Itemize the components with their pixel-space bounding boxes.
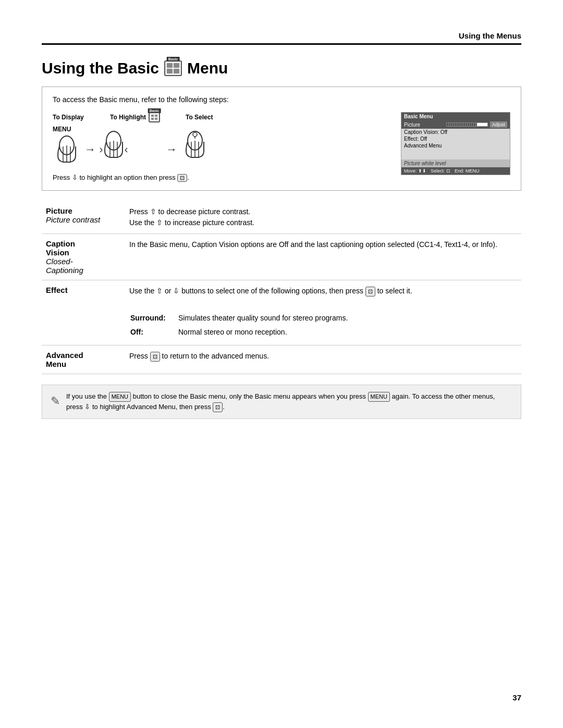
hand-press-icon [53,135,81,165]
advanced-label: AdvancedMenu [46,351,83,368]
caption-content: In the Basic menu, Caption Vision option… [125,234,521,280]
hand-click-icon [181,130,209,161]
page-title-suffix: Menu [187,59,228,77]
effect-label: Effect [46,286,68,294]
menu-screenshot: Basic Menu Picture Adjust Caption Vision… [401,112,510,175]
step-select-icon-area [181,130,209,161]
table-row-picture: Picture Picture contrast Press ⇧ to decr… [42,201,521,234]
arrow-right-2: → [162,143,181,156]
steps-area: To Display To Highlight Basic [53,112,510,182]
page-number: 37 [512,693,521,702]
menu-bottom-bar: Move: ⬆⬇ Select: ⊡ End: MENU [401,167,510,175]
steps-icons: MENU → [53,126,401,165]
enter-btn-effect: ⊡ [365,287,375,297]
page-title: Using the Basic Basic Menu [42,59,521,77]
header-bar: Using the Menus [42,31,521,45]
caption-label: CaptionVision [46,239,75,257]
steps-left: To Display To Highlight Basic [53,112,401,182]
picture-content: Press ⇧ to decrease picture contrast. Us… [125,201,521,234]
menu-label: MENU [53,126,71,133]
hand-swipe-icon [100,130,128,161]
step-highlight-label: To Highlight Basic [110,112,186,122]
menu-row-picture: Picture Adjust [401,120,510,129]
effect-content: Use the ⇧ or ⇩ buttons to select one of … [125,280,521,346]
off-row: Off: Normal stereo or mono reception. [130,326,516,339]
menu-item-effect: Effect: Off [401,135,510,142]
menu-status-label: Picture white level [401,159,510,167]
effect-sub-table: Surround: Simulates theater quality soun… [129,311,517,340]
enter-btn-sym: ⊡ [177,174,187,182]
basic-icon: Basic [164,60,182,76]
main-table: Picture Picture contrast Press ⇧ to decr… [42,201,521,374]
highlight-basic-icon: Basic [149,112,160,122]
enter-btn-note: ⊡ [213,402,223,412]
off-label: Off: [130,328,143,336]
svg-point-12 [193,132,197,137]
table-row-caption: CaptionVision Closed-Captioning In the B… [42,234,521,280]
note-icon: ✎ [51,392,60,410]
step-highlight-icon-area [100,130,162,161]
surround-row: Surround: Simulates theater quality soun… [130,312,516,325]
arrow-right-1: → [81,143,100,156]
surround-label: Surround: [130,314,166,322]
header-title: Using the Menus [459,31,521,40]
content-box: To access the Basic menu, refer to the f… [42,87,521,191]
caption-sub-label: Closed-Captioning [46,257,83,275]
table-row-effect: Effect Use the ⇧ or ⇩ buttons to select … [42,280,521,346]
menu-btn-note-2: MENU [368,392,390,402]
note-content: If you use the MENU button to close the … [66,391,512,412]
picture-label: Picture [46,206,72,215]
menu-adjust-btn: Adjust [490,121,507,128]
menu-item-advanced: Advanced Menu [401,142,510,149]
off-text: Normal stereo or mono reception. [178,326,516,339]
menu-progress-bar [446,122,488,127]
step-select-label: To Select [186,114,238,121]
enter-btn-advanced: ⊡ [150,352,160,362]
page-title-prefix: Using the Basic [42,59,159,77]
menu-item-caption: Caption Vision: Off [401,129,510,135]
picture-sub-label: Picture contrast [46,215,100,224]
intro-text: To access the Basic menu, refer to the f… [53,95,510,104]
step-note: Press ⇩ to highlight an option then pres… [53,174,401,182]
step-display-label: To Display [53,114,110,121]
step-display-icon-area: MENU [53,126,81,165]
note-box: ✎ If you use the MENU button to close th… [42,385,521,419]
steps-labels: To Display To Highlight Basic [53,112,401,122]
menu-btn-note-1: MENU [109,392,131,402]
table-row-advanced: AdvancedMenu Press ⊡ to return to the ad… [42,346,521,374]
surround-text: Simulates theater quality sound for ster… [178,312,516,325]
advanced-content: Press ⊡ to return to the advanced menus. [125,346,521,374]
menu-title-bar: Basic Menu [401,113,510,120]
